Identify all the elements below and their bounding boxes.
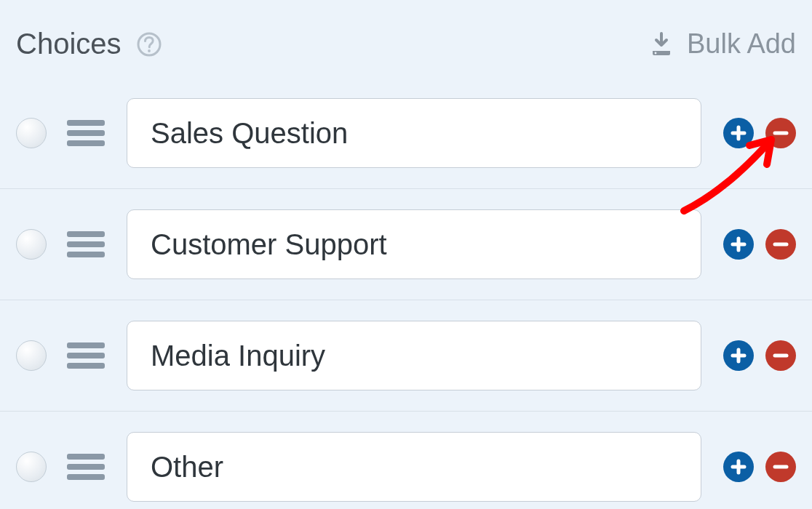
choice-row bbox=[0, 412, 812, 509]
default-radio[interactable] bbox=[16, 229, 47, 260]
svg-rect-7 bbox=[67, 241, 105, 247]
choice-label-input[interactable] bbox=[127, 321, 701, 390]
drag-handle-icon[interactable] bbox=[65, 117, 106, 149]
row-actions bbox=[723, 229, 796, 260]
choices-title: Choices bbox=[16, 28, 122, 60]
svg-point-2 bbox=[655, 52, 657, 54]
help-icon[interactable] bbox=[136, 31, 162, 57]
svg-rect-10 bbox=[67, 353, 105, 358]
svg-rect-12 bbox=[67, 454, 105, 460]
svg-rect-9 bbox=[67, 342, 105, 348]
add-choice-button[interactable] bbox=[723, 452, 754, 482]
choice-label-input[interactable] bbox=[127, 209, 701, 279]
download-icon bbox=[648, 31, 675, 58]
default-radio[interactable] bbox=[16, 340, 47, 371]
svg-rect-4 bbox=[67, 130, 105, 136]
remove-choice-button[interactable] bbox=[765, 118, 796, 148]
choice-label-input[interactable] bbox=[127, 98, 701, 168]
row-actions bbox=[723, 340, 796, 371]
drag-handle-icon[interactable] bbox=[65, 451, 106, 483]
choice-label-input[interactable] bbox=[127, 432, 701, 502]
svg-rect-3 bbox=[67, 120, 105, 126]
remove-choice-button[interactable] bbox=[765, 340, 796, 371]
choices-list bbox=[0, 78, 812, 509]
svg-point-1 bbox=[148, 49, 151, 52]
add-choice-button[interactable] bbox=[723, 340, 754, 371]
svg-rect-5 bbox=[67, 140, 105, 146]
bulk-add-label: Bulk Add bbox=[687, 28, 796, 60]
choices-header: Choices Bulk Add bbox=[0, 28, 812, 78]
remove-choice-button[interactable] bbox=[765, 229, 796, 260]
svg-rect-14 bbox=[67, 474, 105, 480]
add-choice-button[interactable] bbox=[723, 118, 754, 148]
choice-row bbox=[0, 300, 812, 412]
drag-handle-icon[interactable] bbox=[65, 340, 106, 372]
drag-handle-icon[interactable] bbox=[65, 228, 106, 260]
svg-rect-6 bbox=[67, 231, 105, 237]
default-radio[interactable] bbox=[16, 452, 47, 482]
default-radio[interactable] bbox=[16, 118, 47, 148]
bulk-add-button[interactable]: Bulk Add bbox=[648, 28, 796, 60]
choices-panel: Choices Bulk Add bbox=[0, 0, 812, 509]
svg-rect-13 bbox=[67, 464, 105, 470]
add-choice-button[interactable] bbox=[723, 229, 754, 260]
row-actions bbox=[723, 452, 796, 482]
choice-row bbox=[0, 78, 812, 189]
svg-rect-11 bbox=[67, 363, 105, 369]
choice-row bbox=[0, 189, 812, 300]
svg-rect-8 bbox=[67, 252, 105, 257]
remove-choice-button[interactable] bbox=[765, 452, 796, 482]
row-actions bbox=[723, 118, 796, 148]
